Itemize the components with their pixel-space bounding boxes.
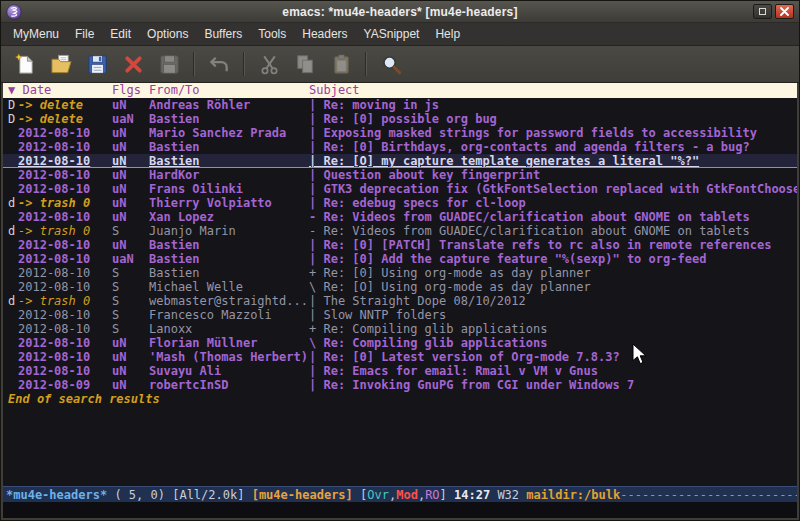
message-row[interactable]: 2012-08-10 S Francesco Mazzoli | Slow NN… <box>3 308 797 322</box>
toolbar-save-button[interactable] <box>79 49 115 80</box>
row-marker <box>3 252 18 266</box>
row-subject: | The Straight Dope 08/10/2012 <box>309 294 797 308</box>
cut-icon <box>258 53 281 76</box>
message-row[interactable]: 2012-08-09 uN robertcInSD | Re: Invoking… <box>3 378 797 392</box>
row-subject: + Re: Compiling glib applications <box>309 322 797 336</box>
menu-item-options[interactable]: Options <box>139 23 196 45</box>
row-subject: | Re: [0] possible org bug <box>309 112 797 126</box>
toolbar-separator <box>365 52 367 76</box>
row-subject: | Re: [0] Latest version of Org-mode 7.8… <box>309 350 797 364</box>
titlebar[interactable]: emacs: *mu4e-headers* [mu4e-headers] <box>1 1 799 23</box>
frame-body: ▼ Date Flgs From/To Subject D -> delete … <box>1 83 799 520</box>
row-subject: \ Re: Compiling glib applications <box>309 336 797 350</box>
message-row[interactable]: 2012-08-10 uN Bastien | Re: [0] [PATCH] … <box>3 238 797 252</box>
row-from: Xan Lopez <box>149 210 309 224</box>
toolbar-undo-button[interactable] <box>201 49 237 80</box>
row-marker <box>3 378 18 392</box>
message-row[interactable]: D -> delete uaN Bastien | Re: [0] possib… <box>3 112 797 126</box>
message-row[interactable]: 2012-08-10 uN Frans Oilinki | GTK3 depre… <box>3 182 797 196</box>
row-from: Bastien <box>149 154 309 167</box>
message-row[interactable]: 2012-08-10 uN Bastien | Re: [0] Birthday… <box>3 140 797 154</box>
row-flags: S <box>112 308 149 322</box>
row-flags: S <box>112 224 149 238</box>
row-flags: uN <box>112 378 149 392</box>
message-row[interactable]: d -> trash 0 S webmaster@straightd... | … <box>3 294 797 308</box>
menu-item-headers[interactable]: Headers <box>294 23 355 45</box>
header-col-flags[interactable]: Flgs <box>112 83 149 98</box>
row-flags: uN <box>112 140 149 154</box>
row-subject: | Exposing masked strings for password f… <box>309 126 797 140</box>
row-marker: D <box>3 112 18 126</box>
mu4e-headers-buffer: ▼ Date Flgs From/To Subject D -> delete … <box>3 83 797 518</box>
modeline-segment-dashes: ----------------------------------------… <box>620 488 797 502</box>
message-row[interactable]: 2012-08-10 uN Florian Müllner \ Re: Comp… <box>3 336 797 350</box>
modeline-segment-plain: [All/2.0k] <box>172 488 251 502</box>
message-row[interactable]: 2012-08-10 uN Xan Lopez - Re: Videos fro… <box>3 210 797 224</box>
modeline-segment-time: 14:27 <box>454 488 490 502</box>
message-row[interactable]: 2012-08-10 S Lanoxx + Re: Compiling glib… <box>3 322 797 336</box>
row-from: Michael Welle <box>149 280 309 294</box>
toolbar-cut-button[interactable] <box>251 49 287 80</box>
row-date: -> trash 0 <box>18 224 112 238</box>
toolbar-search-button[interactable] <box>373 49 409 80</box>
toolbar-open-file-button[interactable] <box>43 49 79 80</box>
message-row[interactable]: D -> delete uN Andreas Röhler | Re: movi… <box>3 98 797 112</box>
row-flags: S <box>112 280 149 294</box>
toolbar-new-file-button[interactable] <box>7 49 43 80</box>
close-button[interactable] <box>775 4 794 19</box>
search-icon <box>380 53 403 76</box>
message-row[interactable]: d -> trash 0 S Juanjo Marin - Re: Videos… <box>3 224 797 238</box>
row-marker <box>3 210 18 224</box>
row-marker <box>3 266 18 280</box>
header-col-date[interactable]: ▼ Date <box>3 83 112 98</box>
row-date: 2012-08-10 <box>18 280 112 294</box>
row-from: Suvayu Ali <box>149 364 309 378</box>
message-row[interactable]: 2012-08-10 uN HardKor | Question about k… <box>3 168 797 182</box>
message-row[interactable]: 2012-08-10 uN Suvayu Ali | Re: Emacs for… <box>3 364 797 378</box>
menu-item-yasnippet[interactable]: YASnippet <box>356 23 428 45</box>
message-list: D -> delete uN Andreas Röhler | Re: movi… <box>3 98 797 392</box>
header-col-subject[interactable]: Subject <box>309 83 797 98</box>
paste-icon <box>330 53 353 76</box>
row-subject: + Re: [0] Using org-mode as day planner <box>309 266 797 280</box>
row-subject: - Re: Videos from GUADEC/clarification a… <box>309 210 797 224</box>
row-subject: | Re: [0] Birthdays, org-contacts and ag… <box>309 140 797 154</box>
toolbar-close-buffer-button[interactable] <box>115 49 151 80</box>
message-row[interactable]: 2012-08-10 S Bastien + Re: [0] Using org… <box>3 266 797 280</box>
row-marker <box>3 238 18 252</box>
message-row[interactable]: 2012-08-10 uN Mario Sanchez Prada | Expo… <box>3 126 797 140</box>
row-from: Bastien <box>149 112 309 126</box>
row-subject: | Slow NNTP folders <box>309 308 797 322</box>
message-row[interactable]: 2012-08-10 S Michael Welle \ Re: [O] Usi… <box>3 280 797 294</box>
menu-item-file[interactable]: File <box>67 23 102 45</box>
row-marker <box>3 308 18 322</box>
buffer-filler <box>3 406 797 486</box>
toolbar-copy-button[interactable] <box>287 49 323 80</box>
message-row[interactable]: d -> trash 0 uN Thierry Volpiatto | Re: … <box>3 196 797 210</box>
echo-area[interactable] <box>3 502 797 518</box>
maximize-button[interactable] <box>753 4 772 19</box>
row-date: 2012-08-10 <box>18 308 112 322</box>
menu-item-help[interactable]: Help <box>427 23 468 45</box>
row-from: Andreas Röhler <box>149 98 309 112</box>
modeline-segment-plain: ] <box>440 488 454 502</box>
menu-item-edit[interactable]: Edit <box>102 23 139 45</box>
row-from: Mario Sanchez Prada <box>149 126 309 140</box>
message-row[interactable]: 2012-08-10 uN Bastien | Re: [O] my captu… <box>3 154 797 168</box>
message-row[interactable]: 2012-08-10 uN 'Mash (Thomas Herbert) | R… <box>3 350 797 364</box>
toolbar-paste-button[interactable] <box>323 49 359 80</box>
row-from: Bastien <box>149 252 309 266</box>
menu-item-mymenu[interactable]: MyMenu <box>5 23 67 45</box>
menu-item-buffers[interactable]: Buffers <box>196 23 250 45</box>
header-col-from[interactable]: From/To <box>149 83 309 98</box>
menu-item-tools[interactable]: Tools <box>250 23 294 45</box>
toolbar-save-as-button[interactable] <box>151 49 187 80</box>
row-date: 2012-08-10 <box>18 336 112 350</box>
row-flags: uN <box>112 364 149 378</box>
row-flags: uaN <box>112 112 149 126</box>
row-subject: \ Re: [O] Using org-mode as day planner <box>309 280 797 294</box>
modeline-segment-plain: ( 5, 0) <box>107 488 172 502</box>
message-row[interactable]: 2012-08-10 uaN Bastien | Re: [0] Add the… <box>3 252 797 266</box>
window-title: emacs: *mu4e-headers* [mu4e-headers] <box>1 5 799 19</box>
row-date: 2012-08-10 <box>18 182 112 196</box>
